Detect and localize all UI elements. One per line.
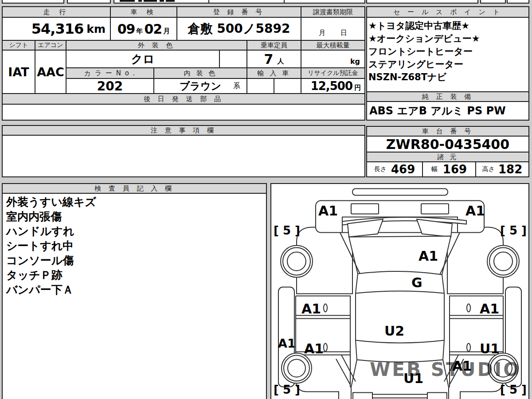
door-handle-front-right [467,304,470,312]
wheel-front-right [487,246,519,278]
shift-header: シフト [2,40,35,51]
spec-length-label: 長さ [374,165,387,173]
registration-value: 倉敷 500ノ5892 [176,17,301,41]
transfer-deadline-header: 譲渡書類期限 [301,6,365,18]
sales-point-item: ステアリングヒーター [368,58,527,71]
sales-points-list: ★トヨタ認定中古車歴★ ★オークションデビュー★ フロントシートヒーター ステア… [366,17,529,92]
interior-color-header: 内 装 色 [153,67,247,79]
watermark-text: WEB STUDIO [370,359,521,380]
label-door-rear-right: U1 [480,341,500,356]
spec-length-value: 469 [391,163,415,176]
label-front-bumper-left: A1 [318,203,338,219]
chassis-number-header: 車 台 番 号 [366,126,529,137]
spec-width-cell: 幅 169 [422,161,476,177]
label-hood: A1 [419,248,438,264]
capacity-unit: 人 [277,53,284,66]
cropped-text-fragment [160,0,164,2]
interior-color-value: ブラウン 系 [153,78,247,94]
spec-length-cell: 長さ 469 [366,161,423,177]
sales-point-item: フロントシートヒーター [368,45,527,58]
sales-point-item: NSZN-Z68Tナビ [368,71,527,84]
cropped-text-fragment [138,0,142,2]
door-handle-front-left [324,304,327,312]
inspector-note: ハンドルすれ [6,224,262,239]
inspector-note: 外装うすい線キズ [6,195,262,209]
aircon-value: AAC [35,50,66,94]
spec-width-value: 169 [443,163,467,176]
inspection-month: 02 [145,21,162,37]
caution-header: 注 意 事 項 欄 [2,125,365,136]
cropped-top-cell [366,0,478,4]
label-rocker-left: A1 [278,336,296,350]
transfer-deadline-value: 月 日 [301,17,365,41]
color-no-header: カ ラ ー N o . [66,67,154,79]
wheel-front-left [281,246,313,278]
spec-width-label: 幅 [431,165,438,173]
color-no-value: 202 [66,78,154,94]
label-door-front-left: A1 [301,301,321,317]
spec-height-value: 182 [498,163,522,176]
chassis-number-value: ZWR80-0435400 [366,136,529,153]
capacity-value: 7 人 [246,50,301,68]
cropped-top-cell [480,0,506,4]
inspector-note: 室内内張傷 [6,209,262,224]
import-car-header: 輸 入 車 [246,67,301,79]
cropped-top-cell [208,0,285,4]
caution-body-empty [2,135,365,177]
cropped-top-cell [284,0,365,4]
cropped-top-cell [2,0,64,4]
spec-header: 諸 元 [366,152,529,162]
import-car-empty-cell [246,78,274,94]
label-door-rear-left: A1 [304,341,324,356]
import-car-empty-cell [274,78,301,94]
label-front-bumper-right: A1 [466,203,485,219]
rear-bumper-right-shape [427,393,447,399]
door-handle-rear-right [467,344,470,352]
later-parts-empty [2,104,365,121]
interior-color-name: ブラウン [180,79,221,93]
cropped-top-cell [67,0,111,4]
equipment-header: 純 正 装 備 [366,91,529,102]
inspection-header: 車 検 [110,6,177,18]
exterior-color-value: クロ [66,50,220,68]
inspector-note: シートすれ中 [6,239,262,253]
cropped-text-fragment [144,0,157,2]
interior-color-suffix: 系 [233,82,240,91]
label-tire-front-left: [ 5 ] [274,224,300,237]
rear-bumper-lines [372,395,427,398]
inspection-value: 09 年 02 月 [110,17,177,41]
inspection-year: 09 [117,21,135,37]
front-bumper-grille-right [421,204,449,214]
rear-bumper-left-shape [353,393,372,399]
capacity-number: 7 [264,51,273,67]
label-tire-front-right: [ 5 ] [500,224,527,237]
transfer-day-label: 日 [340,29,347,37]
max-load-value: kg [301,50,365,68]
label-roof: U2 [384,323,404,339]
door-handle-rear-left [324,344,327,352]
exterior-color-header: 外 装 色 [66,40,247,51]
sales-points-header: セ ー ル ス ポ イ ン ト [366,6,529,18]
cropped-top-cell-model [113,0,209,4]
registration-header: 登 録 番 号 [176,6,301,18]
inspector-notes-list: 外装うすい線キズ 室内内張傷 ハンドルすれ シートすれ中 コンソール傷 タッチＰ… [2,193,267,399]
aircon-header: エアコン [35,40,66,51]
recycle-number: 12,500 [311,79,352,93]
label-tire-rear-left: [ 5 ] [274,383,300,396]
auction-sheet: 走 行 車 検 登 録 番 号 譲渡書類期限 54,316 km 09 年 02… [0,0,532,399]
cropped-text-fragment [166,0,175,2]
max-load-header: 最大積載量 [301,40,365,51]
inspector-note: コンソール傷 [6,253,262,268]
car-damage-diagram: A1 A1 A1 G A1 A1 A1 A1 U2 U1 A1 U1 [ 5 ]… [271,184,528,399]
exterior-color-empty-cell [219,50,247,68]
cropped-top-cell [507,0,529,4]
spec-height-label: 高さ [482,165,495,173]
spec-height-cell: 高さ 182 [475,161,529,177]
mileage-value: 54,316 km [2,17,111,41]
inspector-note: タッチＰ跡 [6,268,262,282]
damage-diagram-box: A1 A1 A1 G A1 A1 A1 A1 U2 U1 A1 U1 [ 5 ]… [270,183,529,399]
mileage-unit: km [86,23,106,35]
sales-point-item: ★トヨタ認定中古車歴★ [368,20,527,32]
mileage-header: 走 行 [2,6,111,18]
wheel-rear-left [282,353,312,383]
